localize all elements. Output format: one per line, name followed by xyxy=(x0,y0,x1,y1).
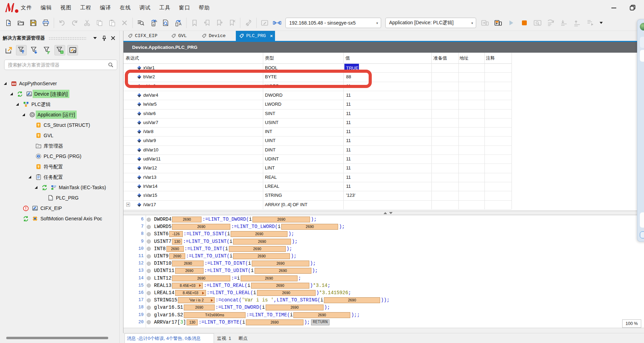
inline-monitor-value[interactable]: 2690 xyxy=(252,217,310,222)
cell-value[interactable]: 11 xyxy=(346,91,431,100)
tree-item-label[interactable]: CS_Struct (STRUCT) xyxy=(42,121,92,129)
floating-side-widget[interactable] xyxy=(637,19,644,242)
breakpoint-slot-icon[interactable] xyxy=(147,276,151,280)
cell-type[interactable]: UDINT xyxy=(265,155,343,164)
breakpoint-slot-icon[interactable] xyxy=(147,298,151,302)
cell-expression[interactable]: rVar13 xyxy=(143,173,261,182)
breakpoint-slot-icon[interactable] xyxy=(147,262,151,266)
tab-CIFX_EIP[interactable]: CIFX_EIP xyxy=(124,31,163,41)
breakpoint-slot-icon[interactable] xyxy=(147,254,151,258)
open-in-new-window-icon[interactable] xyxy=(3,45,14,55)
code-line[interactable]: 20ARRVar17[3]130:=LINT_TO_BYTE(i2690);RE… xyxy=(123,319,644,326)
cell-type[interactable]: DWORD xyxy=(265,91,343,100)
menu-9[interactable]: 窗口 xyxy=(175,0,195,15)
breakpoint-slot-icon[interactable] xyxy=(147,313,151,317)
menu-8[interactable]: 工具 xyxy=(155,0,175,15)
breakpoint-slot-icon[interactable] xyxy=(147,225,151,229)
inline-monitor-value[interactable]: 2690 xyxy=(281,224,338,230)
tree-item-label[interactable]: 库管理器 xyxy=(42,142,65,150)
inline-monitor-value[interactable]: 'Var i is 2 xyxy=(178,297,215,303)
inline-monitor-value[interactable]: 2690 xyxy=(293,312,350,318)
code-line[interactable]: 8SINT6-126:=LINT_TO_SINT(i2690); xyxy=(123,230,644,238)
tab-GVL[interactable]: GVL xyxy=(168,31,197,41)
cell-type[interactable]: SINT xyxy=(265,109,343,118)
inline-monitor-value[interactable]: 2690 xyxy=(229,246,286,252)
tree-item[interactable]: MainTask (IEC-Tasks) xyxy=(0,182,120,193)
inline-monitor-value[interactable]: -126 xyxy=(169,231,183,237)
quick-replace-icon[interactable]: aA xyxy=(149,18,158,27)
inline-monitor-value[interactable]: 2690 xyxy=(175,268,204,274)
tree-expander-icon[interactable] xyxy=(22,113,25,116)
cell-value[interactable]: '123' xyxy=(346,191,431,200)
code-line[interactable]: 13UDINT112690:=LINT_TO_UDINT(i2690); xyxy=(123,267,644,274)
cell-expression[interactable]: sVar15 xyxy=(143,191,261,200)
widget-button[interactable] xyxy=(640,231,644,238)
stop-icon[interactable] xyxy=(520,18,529,27)
tab-Device[interactable]: Device xyxy=(198,31,230,41)
inline-monitor-value[interactable]: 2690 xyxy=(172,224,230,230)
toolbar-overflow-icon[interactable] xyxy=(600,22,603,24)
code-line[interactable]: 12DINT102690:=LINT_TO_DINT(i2690); xyxy=(123,260,644,267)
code-line[interactable]: 10INT82690:=LINT_TO_INT(i2690); xyxy=(123,245,644,253)
column-header[interactable]: 类型 xyxy=(265,53,274,63)
find-icon[interactable] xyxy=(136,18,145,27)
replace-in-document-icon[interactable]: A xyxy=(174,18,183,27)
code-line[interactable]: 19glvar16.S2T#2s690ms:=LINT_TO_TIME(i269… xyxy=(123,311,644,319)
inline-monitor-value[interactable]: 2690 xyxy=(172,261,204,266)
search-input[interactable] xyxy=(8,62,108,68)
device-address-combo[interactable]: 192.168.105.48 - sinsegye-sx5▾ xyxy=(285,18,381,28)
column-header[interactable]: 地址 xyxy=(460,53,469,63)
cell-type[interactable]: LINT xyxy=(265,164,343,173)
breakpoint-slot-icon[interactable] xyxy=(147,232,151,236)
panel-menu-chevron-icon[interactable] xyxy=(92,35,98,42)
tree-item-label[interactable]: 符号配置 xyxy=(42,162,65,171)
cell-value[interactable]: 11 xyxy=(346,146,431,155)
print-icon[interactable] xyxy=(41,18,50,27)
filter-collapse-icon[interactable] xyxy=(16,45,27,55)
widget-avatar[interactable] xyxy=(640,23,644,30)
tree-item-label[interactable]: 任务配置 xyxy=(42,173,65,181)
tree-horizontal-scrollbar[interactable] xyxy=(6,337,108,339)
tree-item-label[interactable]: Device [连接的] xyxy=(33,90,69,98)
tree-item-label[interactable]: GVL xyxy=(42,131,55,140)
filter-file-icon[interactable] xyxy=(54,45,65,55)
tree-item[interactable]: PLC逻辑 xyxy=(0,99,120,109)
tree-expander-icon[interactable] xyxy=(16,103,19,106)
cell-expression[interactable]: iVar8 xyxy=(143,127,261,136)
inline-monitor-value[interactable]: T#2s690ms xyxy=(184,312,246,318)
breakpoint-slot-icon[interactable] xyxy=(147,239,151,244)
tree-item-label[interactable]: PLC_PRG xyxy=(54,194,80,202)
inline-monitor-value[interactable]: 2690 xyxy=(166,246,184,252)
tree-item-label[interactable]: AcpPythonServer xyxy=(17,79,59,88)
tree-item-label[interactable]: PLC逻辑 xyxy=(29,100,52,108)
tree-item[interactable]: GVL xyxy=(0,130,120,141)
tree-item-label[interactable]: CIFX_EIP xyxy=(38,204,63,212)
breakpoint-slot-icon[interactable] xyxy=(147,283,151,288)
menu-1[interactable]: 文件 xyxy=(17,0,36,15)
widget-button[interactable] xyxy=(640,212,644,228)
breakpoint-slot-icon[interactable] xyxy=(147,306,151,310)
inline-monitor-value[interactable]: 2690 xyxy=(257,290,316,296)
breakpoint-slot-icon[interactable] xyxy=(147,269,151,273)
inline-monitor-value[interactable]: 2690 xyxy=(231,231,287,237)
inline-monitor-value[interactable]: 130 xyxy=(172,239,182,245)
cell-value[interactable]: 11 xyxy=(346,155,431,164)
cell-type[interactable]: DINT xyxy=(265,146,343,155)
open-file-icon[interactable] xyxy=(16,18,25,27)
filter-sort-icon[interactable] xyxy=(42,45,52,55)
code-line[interactable]: 6DWORD42690:=LINT_TO_DWORD(i2690); xyxy=(123,216,644,223)
tab-breakpoints[interactable]: 断点 xyxy=(239,333,248,343)
panel-close-icon[interactable] xyxy=(110,35,117,42)
tree-expander-icon[interactable] xyxy=(10,93,13,95)
cell-value[interactable]: 11 xyxy=(346,173,431,182)
menu-2[interactable]: 编辑 xyxy=(36,0,56,15)
inline-monitor-value[interactable]: 2690 xyxy=(241,275,298,281)
menu-3[interactable]: 视图 xyxy=(56,0,76,15)
tree-item[interactable]: Device [连接的] xyxy=(0,89,120,99)
inline-monitor-value[interactable]: 2690 xyxy=(324,297,380,303)
expand-arrow-icon[interactable] xyxy=(202,292,204,294)
widget-button[interactable] xyxy=(640,50,644,62)
tree-item[interactable]: 任务配置 xyxy=(0,172,120,182)
communication-link-icon[interactable] xyxy=(273,18,282,27)
code-line[interactable]: 17STRING15'Var i is 2:=concat('Var i is … xyxy=(123,297,644,304)
